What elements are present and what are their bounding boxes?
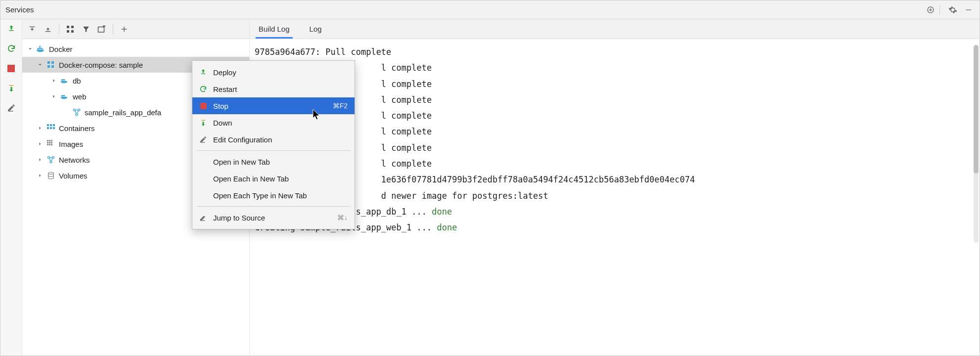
svg-rect-7 xyxy=(8,111,13,112)
svg-rect-42 xyxy=(47,140,48,141)
down-button[interactable] xyxy=(5,82,18,94)
svg-rect-55 xyxy=(201,74,205,74)
chevron-down-icon[interactable] xyxy=(26,46,34,52)
panel-title: Services xyxy=(5,5,34,14)
chevron-down-icon[interactable] xyxy=(36,62,44,68)
menu-shortcut: ⌘↓ xyxy=(337,214,348,222)
menu-label: Edit Configuration xyxy=(213,135,272,144)
edit-icon xyxy=(198,214,208,222)
tree-label: Volumes xyxy=(59,172,88,180)
menu-label: Open in New Tab xyxy=(213,158,270,166)
svg-rect-40 xyxy=(50,127,52,129)
new-tab-icon[interactable] xyxy=(95,22,109,36)
stop-icon xyxy=(198,103,208,109)
deploy-button[interactable] xyxy=(5,22,18,35)
gear-icon[interactable] xyxy=(947,4,959,16)
tab-log[interactable]: Log xyxy=(307,21,325,39)
tree-label: db xyxy=(73,77,81,85)
svg-rect-28 xyxy=(51,65,54,68)
svg-rect-41 xyxy=(53,127,55,129)
service-icon xyxy=(60,77,70,84)
chevron-right-icon[interactable] xyxy=(50,93,58,99)
svg-rect-26 xyxy=(51,61,54,64)
menu-label: Restart xyxy=(213,85,237,93)
tree-label: web xyxy=(73,92,87,101)
add-icon[interactable] xyxy=(117,22,131,36)
scrollbar[interactable] xyxy=(974,45,979,243)
menu-item-open-each-type-new-tab[interactable]: Open Each Type in New Tab xyxy=(192,187,355,204)
collapse-all-icon[interactable] xyxy=(41,22,55,36)
svg-rect-57 xyxy=(201,120,205,121)
compose-icon xyxy=(46,61,56,69)
menu-separator xyxy=(196,206,351,207)
svg-rect-21 xyxy=(38,48,39,49)
menu-label: Deploy xyxy=(213,68,236,77)
edit-button[interactable] xyxy=(5,101,18,114)
scrollbar-thumb[interactable] xyxy=(974,45,979,174)
tree-label: Networks xyxy=(59,156,90,164)
stop-button[interactable] xyxy=(5,62,18,75)
menu-label: Open Each in New Tab xyxy=(213,175,289,183)
menu-label: Open Each Type in New Tab xyxy=(213,191,307,200)
images-icon xyxy=(46,140,56,148)
menu-item-edit-config[interactable]: Edit Configuration xyxy=(192,131,355,148)
svg-rect-24 xyxy=(39,46,41,47)
chevron-right-icon[interactable] xyxy=(50,78,58,84)
svg-rect-39 xyxy=(47,127,49,129)
svg-rect-37 xyxy=(50,124,52,126)
menu-item-open-each-new-tab[interactable]: Open Each in New Tab xyxy=(192,170,355,187)
tree-toolbar xyxy=(22,19,249,39)
minimize-icon[interactable] xyxy=(963,4,975,16)
divider xyxy=(939,5,940,15)
menu-item-open-new-tab[interactable]: Open in New Tab xyxy=(192,153,355,170)
tree-label: Docker xyxy=(49,45,73,53)
action-gutter xyxy=(0,19,22,356)
svg-rect-56 xyxy=(200,103,207,109)
tree-label: Docker-compose: sample xyxy=(59,61,143,69)
chevron-right-icon[interactable] xyxy=(36,141,44,147)
svg-rect-32 xyxy=(63,95,65,96)
chevron-right-icon[interactable] xyxy=(36,173,44,178)
expand-all-icon[interactable] xyxy=(25,22,39,36)
svg-rect-47 xyxy=(51,142,52,143)
output-panel: Build Log Log 9785a964a677: Pull complet… xyxy=(250,19,980,356)
svg-rect-27 xyxy=(47,65,50,68)
svg-rect-38 xyxy=(53,124,55,126)
chevron-right-icon[interactable] xyxy=(36,157,44,163)
titlebar: Services xyxy=(0,0,980,19)
menu-item-stop[interactable]: Stop ⌘F2 xyxy=(192,97,355,114)
tab-build-log[interactable]: Build Log xyxy=(256,21,293,39)
menu-shortcut: ⌘F2 xyxy=(333,102,348,110)
svg-rect-50 xyxy=(51,144,52,145)
menu-item-down[interactable]: Down xyxy=(192,114,355,131)
group-icon[interactable] xyxy=(63,22,77,36)
deploy-icon xyxy=(198,68,208,76)
menu-label: Stop xyxy=(213,102,228,110)
filter-icon[interactable] xyxy=(79,22,93,36)
svg-rect-36 xyxy=(47,124,49,126)
svg-rect-48 xyxy=(47,144,48,145)
tree-item-docker[interactable]: Docker xyxy=(22,41,249,57)
svg-rect-43 xyxy=(49,140,50,141)
restart-icon xyxy=(198,85,208,93)
menu-item-restart[interactable]: Restart xyxy=(192,81,355,97)
menu-item-jump-to-source[interactable]: Jump to Source ⌘↓ xyxy=(192,209,355,226)
context-menu: Deploy Restart Stop ⌘F2 Down Edit Config… xyxy=(192,60,355,229)
restart-button[interactable] xyxy=(5,42,18,55)
svg-rect-14 xyxy=(67,30,69,33)
tree-label: Containers xyxy=(59,124,95,133)
down-icon xyxy=(198,119,208,127)
volumes-icon xyxy=(46,172,56,179)
svg-rect-45 xyxy=(47,142,48,143)
menu-label: Down xyxy=(213,119,232,127)
svg-rect-15 xyxy=(71,30,74,33)
tree-label: sample_rails_app_defa xyxy=(85,108,161,117)
svg-rect-4 xyxy=(9,30,13,31)
tab-bar: Build Log Log xyxy=(250,19,980,39)
add-target-icon[interactable] xyxy=(925,4,936,16)
svg-rect-16 xyxy=(98,27,104,32)
svg-rect-23 xyxy=(41,48,43,49)
menu-item-deploy[interactable]: Deploy xyxy=(192,64,355,81)
chevron-right-icon[interactable] xyxy=(36,125,44,131)
menu-label: Jump to Source xyxy=(213,214,265,222)
